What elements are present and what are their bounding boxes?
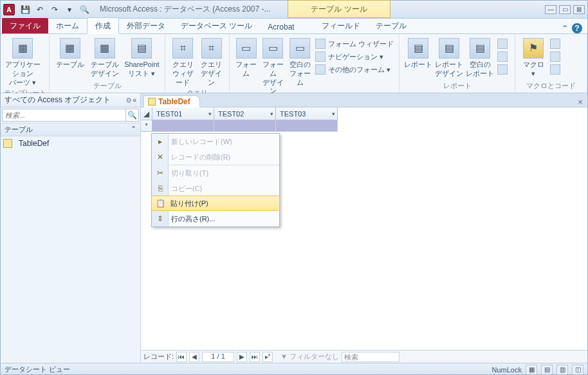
form-button[interactable]: ▭フォーム (234, 37, 259, 78)
access-app-icon: A (3, 4, 15, 15)
record-search-box[interactable]: 検索 (342, 352, 400, 362)
report-small-1[interactable] (496, 38, 509, 50)
document-close-button[interactable]: × (576, 97, 587, 107)
column-header[interactable]: TEST01▾ (152, 107, 214, 120)
tab-create[interactable]: 作成 (87, 17, 119, 34)
query-wizard-icon: ⌗ (172, 38, 193, 59)
next-record-button[interactable]: ▶ (237, 352, 247, 362)
cell[interactable] (214, 120, 276, 132)
code-small-2[interactable] (549, 51, 562, 62)
record-navigation-bar: レコード: ⏮ ◀ 1 / 1 ▶ ⏭ ▸* ▼ フィルターなし 検索 (141, 350, 587, 363)
column-header[interactable]: TEST03▾ (276, 107, 338, 120)
new-record-row[interactable]: * (141, 120, 587, 132)
report-design-button[interactable]: ▤レポート デザイン (434, 37, 464, 78)
document-tab[interactable]: TableDef (143, 95, 200, 107)
group-tables-label: テーブル (50, 80, 165, 93)
menu-cut: ✂切り取り(T) (152, 165, 279, 181)
navigation-item[interactable]: ナビゲーション ▾ (314, 51, 395, 62)
save-icon[interactable]: 💾 (19, 3, 32, 16)
table-object-icon (3, 139, 12, 148)
ribbon: ▦アプリケーション パーツ ▾ テンプレート ▦テーブル ▦テーブル デザイン … (1, 34, 587, 93)
form-wizard-item[interactable]: フォーム ウィザード (314, 38, 395, 50)
tab-acrobat[interactable]: Acrobat (260, 20, 302, 33)
qat-customize-icon[interactable]: ▾ (63, 3, 76, 16)
tab-fields[interactable]: フィールド (314, 18, 368, 33)
report-small-3[interactable] (496, 64, 509, 75)
tab-database-tools[interactable]: データベース ツール (173, 18, 260, 33)
copy-icon: ⎘ (155, 183, 165, 194)
status-bar: データシート ビュー NumLock ▦ ▤ ▥ ◫ (1, 363, 587, 375)
prev-record-button[interactable]: ◀ (189, 352, 199, 362)
datasheet-view-button[interactable]: ▦ (526, 365, 537, 375)
print-icon[interactable]: 🔍 (78, 3, 91, 16)
menu-copy: ⎘コピー(C) (152, 181, 279, 196)
table-icon: ▦ (60, 38, 80, 59)
blank-report-button[interactable]: ▤空白の レポート (465, 37, 495, 78)
first-record-button[interactable]: ⏮ (176, 352, 187, 362)
tab-home[interactable]: ホーム (48, 18, 87, 33)
code-icon (550, 39, 560, 49)
query-design-button[interactable]: ⌗クエリ デザイン (198, 37, 226, 87)
sharepoint-list-button[interactable]: ▤SharePoint リスト ▾ (123, 37, 161, 78)
ribbon-minimize-icon[interactable]: ⌃ (562, 24, 568, 33)
blank-form-icon: ▭ (289, 38, 310, 59)
record-position[interactable]: 1 / 1 (202, 352, 234, 362)
group-reports-label: レポート (400, 80, 515, 93)
report-small-icon (497, 39, 508, 49)
navigation-pane: すべての Access オブジェクト ⊙ « 🔍 テーブル⌃ TableDef (1, 93, 141, 363)
column-dropdown-icon[interactable]: ▾ (332, 111, 335, 117)
cell[interactable] (276, 120, 338, 132)
code-small-3[interactable] (549, 64, 562, 75)
select-all-cell[interactable]: ◢ (141, 107, 152, 120)
table-design-button[interactable]: ▦テーブル デザイン (88, 37, 122, 78)
menu-paste[interactable]: 📋貼り付け(P) (151, 196, 280, 211)
query-wizard-button[interactable]: ⌗クエリ ウィザード (169, 37, 197, 87)
last-record-button[interactable]: ⏭ (250, 352, 260, 362)
pivot-chart-button[interactable]: ◫ (572, 365, 583, 375)
search-icon[interactable]: 🔍 (125, 109, 138, 121)
column-header[interactable]: TEST02▾ (214, 107, 276, 120)
nav-category-tables[interactable]: テーブル⌃ (1, 123, 140, 136)
undo-icon[interactable]: ↶ (33, 3, 46, 16)
collapse-icon: ⌃ (131, 125, 136, 134)
blank-form-button[interactable]: ▭空白の フォーム (287, 37, 313, 87)
form-design-button[interactable]: ▭フォーム デザイン (261, 37, 286, 96)
help-icon[interactable]: ? (572, 23, 582, 33)
tab-external-data[interactable]: 外部データ (119, 18, 173, 33)
nav-pane-header[interactable]: すべての Access オブジェクト ⊙ « (1, 93, 140, 107)
app-parts-button[interactable]: ▦アプリケーション パーツ ▾ (5, 37, 41, 87)
nav-search-box[interactable]: 🔍 (2, 109, 139, 122)
menu-row-height[interactable]: ⇕行の高さ(R)... (152, 211, 279, 226)
filter-indicator[interactable]: ▼ フィルターなし (280, 352, 339, 361)
table-button[interactable]: ▦テーブル (53, 37, 87, 69)
report-small-icon (497, 51, 508, 62)
restore-button[interactable]: ▭ (559, 5, 571, 14)
report-small-2[interactable] (496, 51, 509, 62)
other-forms-item[interactable]: その他のフォーム ▾ (314, 64, 395, 75)
column-dropdown-icon[interactable]: ▾ (208, 111, 212, 117)
code-small-1[interactable] (549, 38, 562, 50)
report-button[interactable]: ▤レポート (403, 37, 433, 69)
design-view-button[interactable]: ▤ (541, 365, 553, 375)
report-small-icon (497, 64, 508, 75)
tab-file[interactable]: ファイル (2, 18, 48, 33)
new-record-nav-button[interactable]: ▸* (262, 352, 273, 362)
redo-icon[interactable]: ↷ (48, 3, 61, 16)
quick-access-toolbar: 💾 ↶ ↷ ▾ 🔍 (19, 3, 91, 16)
code-icon (550, 51, 560, 62)
tab-table[interactable]: テーブル (368, 18, 414, 33)
row-selector[interactable]: * (141, 120, 152, 132)
minimize-button[interactable]: — (545, 5, 556, 14)
cell[interactable] (152, 120, 214, 132)
document-tab-row: TableDef × (141, 93, 587, 107)
pivot-view-button[interactable]: ▥ (556, 365, 568, 375)
row-height-icon: ⇕ (155, 214, 165, 224)
column-dropdown-icon[interactable]: ▾ (270, 111, 273, 117)
group-macros-label: マクロとコード (515, 80, 587, 93)
table-design-icon: ▦ (95, 38, 115, 59)
close-button[interactable]: ⊠ (573, 5, 585, 14)
nav-search-input[interactable] (3, 109, 125, 121)
nav-item-tabledef[interactable]: TableDef (1, 136, 140, 151)
macro-button[interactable]: ⚑マクロ ▾ (519, 37, 547, 78)
datasheet: ◢ TEST01▾ TEST02▾ TEST03▾ * ▸新しいレコード(W) … (141, 107, 587, 350)
